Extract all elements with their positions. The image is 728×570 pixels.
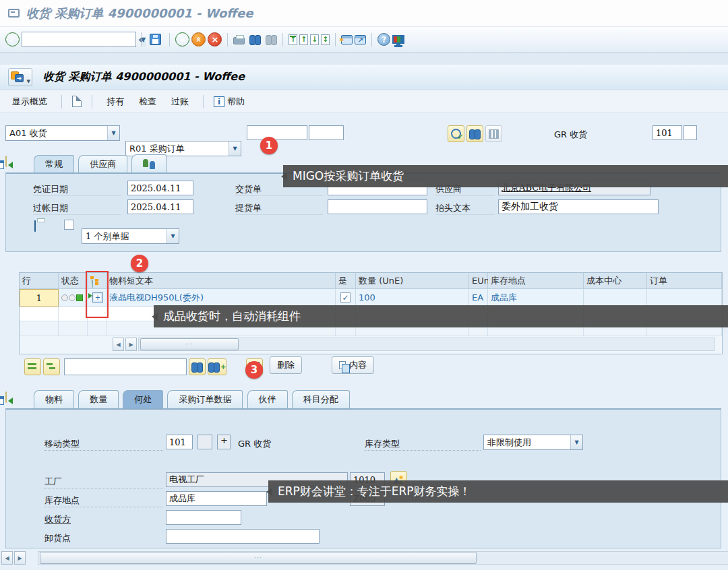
empty-cell [59, 321, 88, 336]
col-qty[interactable]: 数量 (UnE) [356, 273, 469, 289]
po-item-field[interactable] [309, 125, 344, 140]
item-find-next-button[interactable]: + [208, 358, 226, 375]
row1-ok[interactable]: ✓ [336, 289, 356, 307]
row1-qty[interactable]: 100 [356, 289, 469, 307]
tab-where[interactable]: 何处 [123, 390, 163, 408]
scroll-right-icon[interactable]: ▶ [125, 338, 137, 351]
columns-button[interactable] [485, 125, 502, 142]
col-cost-center[interactable]: 成本中心 [584, 273, 647, 289]
command-input[interactable] [22, 32, 141, 46]
last-page-icon[interactable]: ↕ [321, 34, 330, 45]
scroll-track[interactable]: ··· [138, 338, 715, 351]
save-icon[interactable] [150, 34, 161, 45]
find-next-icon [208, 362, 220, 371]
row1-cost-center[interactable] [584, 289, 647, 307]
overview-button[interactable]: 显示概览 [8, 94, 51, 110]
unloading-point-field[interactable] [166, 529, 320, 544]
action-select[interactable]: A01 收货▼ [5, 125, 120, 141]
scroll-thumb[interactable]: ··· [140, 338, 239, 350]
bill-of-lading-field[interactable] [328, 199, 427, 214]
debit-credit-field[interactable]: + [217, 435, 231, 449]
window-menu-icon[interactable] [8, 9, 20, 18]
scroll-left-icon[interactable]: ◀ [113, 338, 124, 351]
tab-general[interactable]: 常规 [34, 155, 74, 173]
movement-type-value[interactable] [166, 435, 193, 449]
col-line[interactable]: 行 [20, 273, 59, 289]
tab-vendor[interactable]: 供应商 [78, 155, 127, 173]
search-po-button[interactable] [466, 125, 483, 142]
enter-button[interactable]: ✓ [5, 32, 20, 46]
goods-recipient-label[interactable]: 收货方 [44, 513, 71, 526]
command-field[interactable]: ▼ [22, 32, 136, 47]
execute-button[interactable] [448, 125, 464, 142]
header-text-field[interactable] [498, 199, 659, 214]
new-document-icon[interactable] [72, 96, 82, 107]
dropdown-icon[interactable]: ▼ [166, 229, 179, 243]
col-material[interactable]: 物料短文本 [107, 273, 336, 289]
ok-checkbox[interactable]: ✓ [340, 292, 351, 303]
tab-material[interactable]: 物料 [34, 390, 74, 408]
transaction-menu-icon[interactable]: ➜▼ [8, 68, 32, 86]
contents-button[interactable]: 内容 [332, 356, 374, 374]
po-number-field[interactable] [247, 125, 307, 140]
col-status[interactable]: 状态 [59, 273, 88, 289]
help-button[interactable]: i帮助 [214, 96, 245, 108]
previous-page-icon[interactable]: ↑ [299, 34, 308, 45]
posting-date-field[interactable] [127, 199, 193, 214]
tab-po-data[interactable]: 采购订单数据 [167, 390, 243, 408]
close-item-detail-icon[interactable] [5, 391, 7, 403]
slip-type-select[interactable]: 1 个别单据▼ [82, 228, 179, 244]
col-ok[interactable]: 是 [336, 273, 356, 289]
exit-up-icon[interactable]: « [191, 32, 206, 46]
stock-type-select[interactable]: 非限制使用▼ [483, 435, 583, 450]
tab-account[interactable]: 科目分配 [292, 390, 350, 408]
col-eun[interactable]: EUn [469, 273, 488, 289]
scroll-left-icon[interactable]: ◀ [1, 551, 13, 565]
help-icon[interactable]: ? [377, 33, 390, 46]
back-icon[interactable]: « [175, 32, 189, 46]
create-shortcut-icon[interactable]: ↗ [355, 35, 366, 44]
dropdown-icon[interactable]: ▼ [107, 126, 119, 140]
check-button[interactable]: 检查 [135, 94, 160, 110]
tab-partner[interactable]: 伙伴 [247, 390, 288, 408]
movement-special-field[interactable] [198, 435, 212, 449]
row1-material[interactable]: 液晶电视DH950L(委外) [107, 289, 336, 307]
goods-recipient-field[interactable] [166, 510, 241, 525]
row1-order[interactable] [647, 289, 722, 307]
cancel-icon[interactable]: × [208, 32, 222, 46]
row1-eun[interactable]: EA [469, 289, 488, 307]
item-find-button[interactable] [189, 358, 206, 375]
print-icon[interactable] [233, 37, 245, 44]
scroll-right-icon[interactable]: ▶ [14, 551, 26, 565]
col-sloc[interactable]: 库存地点 [488, 273, 584, 289]
find-next-icon[interactable] [266, 35, 277, 44]
close-header-detail-icon[interactable] [5, 156, 7, 167]
next-page-icon[interactable]: ↓ [310, 34, 319, 45]
copy-icon [339, 361, 346, 369]
movement-type-field[interactable] [653, 125, 682, 140]
delete-row-button[interactable]: 删除 [270, 356, 302, 374]
dropdown-icon[interactable]: ▼ [570, 435, 582, 449]
print-slip-icon[interactable] [34, 220, 36, 232]
tab-partners[interactable] [131, 154, 166, 172]
find-icon[interactable] [249, 35, 261, 44]
scroll-track[interactable]: ··· [38, 551, 728, 565]
tab-quantity[interactable]: 数量 [78, 390, 119, 408]
col-order[interactable]: 订单 [647, 273, 722, 289]
row1-sloc[interactable]: 成品库 [488, 289, 584, 307]
doc-date-field[interactable] [127, 181, 193, 195]
collapse-icon[interactable]: « [138, 33, 145, 46]
scroll-thumb[interactable]: ··· [40, 552, 477, 564]
first-page-icon[interactable]: ↑ [289, 34, 297, 45]
post-button[interactable]: 过账 [167, 94, 193, 110]
print-checkbox[interactable] [64, 220, 74, 230]
customize-layout-icon[interactable] [392, 35, 404, 44]
new-session-icon[interactable]: * [341, 35, 353, 44]
movement-sub-field[interactable] [684, 125, 697, 140]
row1-line[interactable]: 1 [20, 289, 59, 307]
display-all-items-button[interactable] [24, 358, 41, 375]
item-search-input[interactable] [64, 358, 187, 375]
sloc-field[interactable] [166, 491, 267, 506]
display-open-items-button[interactable] [43, 358, 60, 375]
hold-button[interactable]: 持有 [102, 94, 128, 110]
